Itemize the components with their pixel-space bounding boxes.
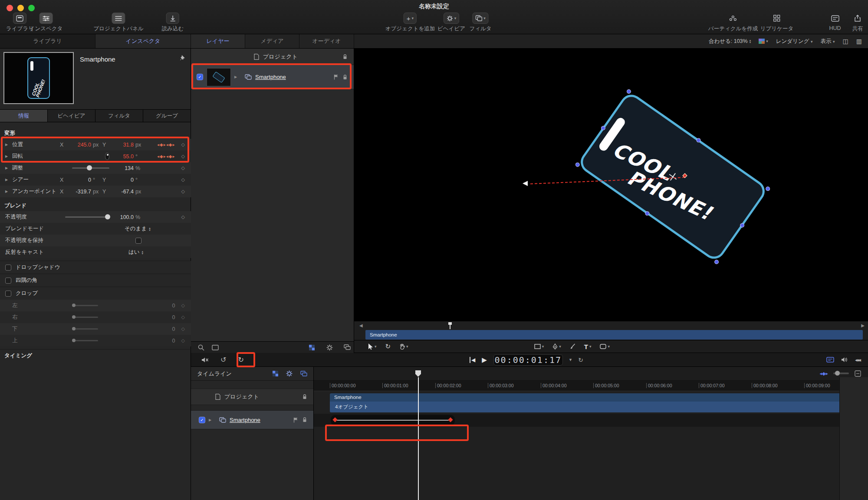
drop-shadow-checkbox[interactable] [5, 265, 11, 271]
text-tool-button[interactable]: T▾ [584, 343, 592, 350]
track-objects-bar[interactable]: 4オブジェクト [330, 402, 839, 412]
inspector-tab-behaviors[interactable]: ビヘイビア [48, 110, 95, 122]
layer-name[interactable]: Smartphone [230, 417, 260, 423]
disclosure-icon[interactable]: ▶ [5, 143, 12, 147]
keyframe-lane[interactable] [331, 415, 455, 425]
mini-right-edge-icon[interactable]: ▶ [861, 323, 865, 328]
keyframe-diamond-icon[interactable]: ◇ [181, 189, 185, 194]
timeline-project-row[interactable]: プロジェクト [191, 389, 313, 405]
layer-visibility-checkbox[interactable]: ✓ [199, 417, 205, 423]
split-view-icon[interactable]: ◫ [843, 38, 848, 45]
add-object-button[interactable]: +▾ オブジェクトを追加 [385, 13, 435, 33]
rotation-dial[interactable] [105, 153, 109, 160]
scale-slider[interactable] [72, 167, 109, 169]
position-y-value[interactable]: 31.8 [109, 142, 134, 148]
pin-inspector-icon[interactable] [180, 55, 185, 61]
shear-x-value[interactable]: 0 [67, 177, 91, 183]
selection-handle[interactable] [644, 210, 650, 216]
layers-smartphone-row[interactable]: ✓ ▶ Smartphone [191, 65, 354, 89]
playhead-line[interactable] [418, 377, 419, 500]
select-tool-button[interactable]: ▾ [368, 343, 377, 350]
previous-frame-button[interactable]: ◀ [470, 357, 475, 363]
zoom-stepper-icon[interactable]: ▴▾ [750, 39, 751, 43]
gear-icon[interactable] [326, 344, 333, 351]
keyframe-diamond-icon[interactable]: ◇ [181, 314, 185, 320]
view-menu[interactable]: 表示 ▾ [821, 38, 835, 45]
rendering-menu[interactable]: レンダリング ▾ [776, 38, 813, 45]
cast-reflection-popup[interactable]: はい ▴▾ [128, 248, 143, 256]
zoom-fit-icon[interactable] [855, 370, 861, 377]
timeline-zoom-slider[interactable] [833, 373, 849, 374]
canvas-viewport[interactable]: COOL PHONE! [354, 49, 868, 321]
flag-icon[interactable] [334, 74, 339, 80]
lock-icon[interactable] [302, 394, 307, 400]
four-corners-checkbox[interactable] [5, 278, 11, 284]
loop-playback-icon[interactable]: ↺ [220, 356, 226, 364]
rotation-value[interactable]: 55.0 [109, 154, 134, 160]
selection-handle[interactable] [695, 137, 701, 143]
crop-right-slider[interactable] [72, 317, 98, 318]
project-panel-button[interactable]: プロジェクトパネル [93, 13, 143, 33]
crop-left-value[interactable]: 0 [151, 303, 175, 309]
keyframe-diamond-icon[interactable]: ◇ [181, 165, 185, 171]
crop-left-slider[interactable] [72, 305, 98, 306]
anchor-y-value[interactable]: -67.4 [109, 189, 134, 195]
mini-timeline-bar[interactable]: Smartphone [365, 330, 863, 340]
crop-top-slider[interactable] [72, 340, 98, 341]
tab-library[interactable]: ライブラリ [0, 34, 95, 48]
layer-name[interactable]: Smartphone [255, 74, 286, 80]
layers-stack-icon[interactable] [344, 344, 351, 350]
selection-handle[interactable] [600, 125, 606, 131]
keyframe-diamond-icon[interactable]: ◇ [181, 326, 185, 332]
shear-y-value[interactable]: 0 [109, 177, 134, 183]
selection-handle[interactable] [575, 162, 581, 168]
hud-button[interactable]: HUD [829, 13, 842, 31]
mini-left-edge-icon[interactable]: ◀ [359, 323, 363, 328]
disclosure-icon[interactable]: ▶ [5, 178, 12, 182]
layers-project-row[interactable]: プロジェクト [191, 49, 354, 65]
search-icon[interactable] [198, 344, 204, 351]
anchor-point-arrow[interactable] [523, 181, 528, 186]
update-motion-icon[interactable]: ↻ [578, 356, 583, 363]
make-particles-button[interactable]: パーティクルを作成 [708, 13, 758, 33]
timeline-smartphone-row[interactable]: ✓ ▶ Smartphone [191, 410, 313, 429]
inspector-tab-filters[interactable]: フィルタ [95, 110, 143, 122]
lock-icon[interactable] [342, 74, 348, 80]
blend-mode-popup[interactable]: そのまま ▴▾ [125, 225, 151, 232]
show-hud-icon[interactable] [826, 357, 834, 363]
keyframe-nav-icon[interactable]: ◂◆▸◂◆▸ [157, 154, 175, 159]
tab-audio[interactable]: オーディオ [299, 34, 354, 48]
checkerboard-icon[interactable] [309, 345, 315, 350]
opacity-value[interactable]: 100.0 [109, 214, 134, 220]
flag-icon[interactable] [293, 417, 298, 423]
disclosure-icon[interactable]: ▶ [5, 190, 12, 193]
lock-icon[interactable] [342, 54, 348, 60]
crop-checkbox[interactable] [5, 291, 11, 297]
record-animation-button[interactable]: ↻ [238, 356, 243, 364]
timecode-menu-icon[interactable]: ▾ [569, 357, 572, 363]
disclosure-icon[interactable]: ▶ [5, 166, 12, 170]
keyframe-diamond-icon[interactable]: ◇ [181, 214, 185, 220]
crop-right-value[interactable]: 0 [151, 314, 175, 320]
crop-top-value[interactable]: 0 [151, 338, 175, 344]
disclosure-icon[interactable]: ▶ [5, 154, 12, 158]
mute-audio-icon[interactable] [201, 357, 209, 363]
checkerboard-icon[interactable] [273, 371, 278, 376]
pan-tool-button[interactable]: ▾ [399, 343, 408, 350]
selection-handle[interactable] [713, 259, 720, 265]
behaviors-button[interactable]: ▾ ビヘイビア [437, 13, 465, 33]
filters-button[interactable]: ▾ フィルタ [469, 13, 491, 33]
keyframe-skip-icons[interactable]: ◂◂◂ [855, 357, 860, 363]
timecode-display[interactable]: 00:00:01:17 [493, 354, 563, 366]
keyframe-diamond-icon[interactable]: ◇ [181, 303, 185, 308]
crop-bottom-slider[interactable] [72, 328, 98, 330]
opacity-slider[interactable] [65, 216, 109, 218]
bezier-tool-button[interactable]: ▾ [552, 343, 561, 350]
scale-value[interactable]: 134 [109, 165, 134, 171]
track-group-bar[interactable]: Smartphone [330, 393, 839, 402]
share-button[interactable]: 共有 [851, 13, 864, 33]
gear-icon[interactable] [286, 370, 293, 377]
layers-stack-icon[interactable] [300, 371, 307, 377]
mask-tool-button[interactable]: ▾ [534, 344, 544, 349]
zoom-level-control[interactable]: 合わせる: 103% ▴▾ [709, 38, 751, 45]
